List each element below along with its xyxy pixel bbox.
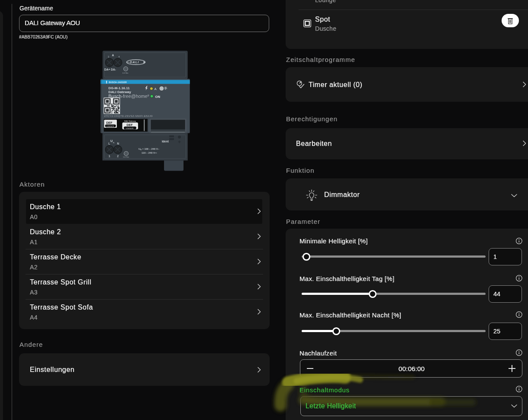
svg-text:BUSCH-JAEGER: BUSCH-JAEGER [109, 81, 127, 84]
svg-text:A: A [112, 54, 114, 57]
svg-text:DEF: DEF [127, 123, 133, 126]
svg-text:N: N [113, 142, 114, 144]
svg-text:0.6 Nm: 0.6 Nm [123, 156, 129, 158]
svg-text:DALI Gateway: DALI Gateway [124, 120, 136, 122]
svg-text:12345678: 12345678 [106, 125, 115, 127]
svg-text:L: L [109, 142, 110, 145]
svg-text:0.6 Nm: 0.6 Nm [122, 72, 129, 74]
svg-text:Ident: Ident [162, 140, 169, 143]
svg-text:1: 1 [109, 155, 110, 158]
svg-text:110 – 240 V⎓: 110 – 240 V⎓ [142, 152, 157, 154]
svg-text:3: 3 [108, 55, 109, 58]
svg-text:DALI: DALI [130, 60, 139, 64]
svg-text:27CY2-VXQ7D-2SVSZ-NNIFI-E52JD: 27CY2-VXQ7D-2SVSZ-NNIFI-E52JD [104, 114, 153, 117]
svg-text:DEF: DEF [106, 121, 113, 124]
svg-text:4: 4 [119, 55, 120, 58]
svg-text:DG-M-1.16.11: DG-M-1.16.11 [109, 86, 130, 90]
svg-text:2: 2 [117, 155, 119, 158]
svg-text:N: N [117, 142, 119, 145]
svg-text:DA+ DA-: DA+ DA- [104, 68, 116, 71]
svg-text:U: U [110, 139, 113, 143]
svg-text:12345678: 12345678 [126, 127, 134, 129]
svg-text:ON: ON [155, 95, 160, 99]
